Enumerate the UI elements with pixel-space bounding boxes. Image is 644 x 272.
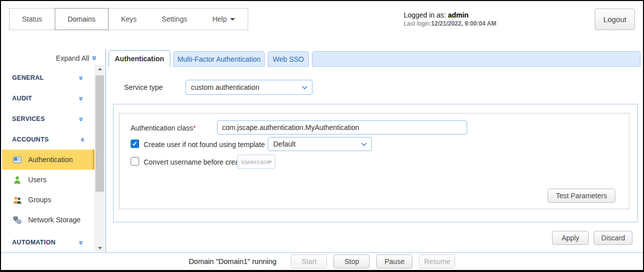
sidebar: Expand All » GENERAL » AUDIT » SERVICES …: [2, 46, 106, 253]
menu-item-status[interactable]: Status: [10, 9, 55, 30]
auth-class-label-text: Authentication class: [131, 124, 193, 132]
sidebar-item-label: Groups: [28, 196, 51, 204]
last-login-label: Last login:: [404, 20, 432, 27]
last-login: Last login:12/21/2022, 9:00:04 AM: [404, 20, 496, 27]
checkmark-icon: ✓: [132, 140, 138, 148]
sidebar-scrollbar[interactable]: [94, 65, 105, 252]
sidebar-item-label: Network Storage: [28, 216, 80, 224]
section-label: AUDIT: [12, 95, 32, 102]
group-icon: [13, 196, 22, 204]
convert-username-checkbox[interactable]: [131, 157, 139, 166]
sidebar-divider: [105, 49, 106, 253]
sidebar-section-automation[interactable]: AUTOMATION »: [2, 236, 94, 249]
tab-strip-filler: [312, 51, 640, 67]
create-user-checkbox[interactable]: ✓: [131, 140, 139, 148]
stop-button[interactable]: Stop: [334, 254, 370, 268]
convert-case-value: lowercase: [241, 158, 271, 166]
convert-case-select: lowercase: [237, 155, 275, 169]
double-chevron-down-icon: »: [77, 240, 85, 244]
sidebar-item-label: Authentication: [28, 156, 73, 164]
tab-multi-factor-authentication[interactable]: Multi-Factor Authentication: [173, 51, 265, 67]
app-window: Status Domains Keys Settings Help Logged…: [0, 0, 644, 272]
sidebar-section-accounts[interactable]: ACCOUNTS »: [2, 133, 94, 146]
domain-status-text: Domain "Domain1" running: [189, 257, 277, 265]
last-login-value: 12/21/2022, 9:00:04 AM: [431, 20, 496, 27]
logged-in-as: Logged in as: admin: [404, 11, 496, 19]
service-type-select[interactable]: custom authentication: [185, 80, 312, 95]
resume-button[interactable]: Resume: [419, 254, 455, 268]
required-marker: *: [193, 124, 196, 132]
scrollbar-thumb[interactable]: [95, 75, 104, 192]
expand-all-button[interactable]: Expand All »: [56, 54, 97, 62]
create-user-label: Create user if not found using template: [144, 141, 265, 149]
double-chevron-down-icon: »: [77, 76, 85, 80]
double-chevron-up-icon: »: [77, 138, 85, 142]
section-label: ACCOUNTS: [12, 136, 49, 143]
tab-authentication[interactable]: Authentication: [109, 50, 170, 67]
auth-class-label: Authentication class*: [131, 124, 196, 132]
sidebar-section-audit[interactable]: AUDIT »: [2, 92, 94, 105]
section-label: GENERAL: [12, 74, 44, 81]
chevron-down-icon: [302, 84, 307, 89]
domain-status-bar: Domain "Domain1" running Start Stop Paus…: [1, 252, 643, 270]
menu-item-help[interactable]: Help: [200, 9, 248, 30]
double-chevron-down-icon: »: [77, 96, 85, 100]
test-parameters-button[interactable]: Test Parameters: [548, 189, 615, 203]
apply-button[interactable]: Apply: [552, 231, 589, 245]
user-template-value: Default: [273, 140, 295, 148]
network-storage-icon: [13, 216, 22, 224]
sidebar-item-network-storage[interactable]: Network Storage: [2, 210, 94, 230]
help-label: Help: [212, 15, 227, 23]
sidebar-item-groups[interactable]: Groups: [2, 190, 94, 210]
double-chevron-down-icon: »: [77, 117, 85, 121]
logout-button[interactable]: Logout: [595, 9, 635, 30]
sidebar-section-services[interactable]: SERVICES »: [2, 112, 94, 125]
sidebar-item-label: Users: [28, 176, 47, 184]
double-chevron-down-icon: »: [90, 56, 99, 60]
id-card-icon: [13, 156, 22, 164]
discard-button[interactable]: Discard: [594, 231, 632, 245]
service-type-label: Service type: [124, 83, 163, 91]
logged-in-user: admin: [448, 11, 469, 19]
menu-item-keys[interactable]: Keys: [109, 9, 149, 30]
user-template-select[interactable]: Default: [268, 137, 372, 151]
section-label: AUTOMATION: [12, 239, 56, 246]
user-icon: [13, 176, 22, 184]
start-button[interactable]: Start: [291, 254, 327, 268]
pause-button[interactable]: Pause: [376, 254, 412, 268]
chevron-down-icon: [361, 141, 367, 146]
login-info: Logged in as: admin Last login:12/21/202…: [404, 11, 496, 27]
scroll-up-arrow[interactable]: [94, 65, 105, 73]
help-caret-icon: [230, 18, 235, 21]
section-label: SERVICES: [12, 115, 45, 122]
logged-in-label: Logged in as:: [404, 11, 448, 19]
service-type-value: custom authentication: [191, 83, 259, 91]
sidebar-item-users[interactable]: Users: [2, 170, 94, 190]
scroll-down-arrow[interactable]: [94, 244, 105, 252]
sidebar-item-authentication[interactable]: Authentication: [2, 150, 94, 170]
main-menu: Status Domains Keys Settings Help: [9, 8, 248, 30]
auth-class-input[interactable]: [217, 120, 467, 134]
expand-all-label: Expand All: [56, 54, 89, 62]
sidebar-section-general[interactable]: GENERAL »: [2, 71, 94, 84]
menu-item-domains[interactable]: Domains: [55, 8, 109, 30]
menu-item-settings[interactable]: Settings: [149, 9, 200, 30]
tab-web-sso[interactable]: Web SSO: [268, 51, 309, 67]
